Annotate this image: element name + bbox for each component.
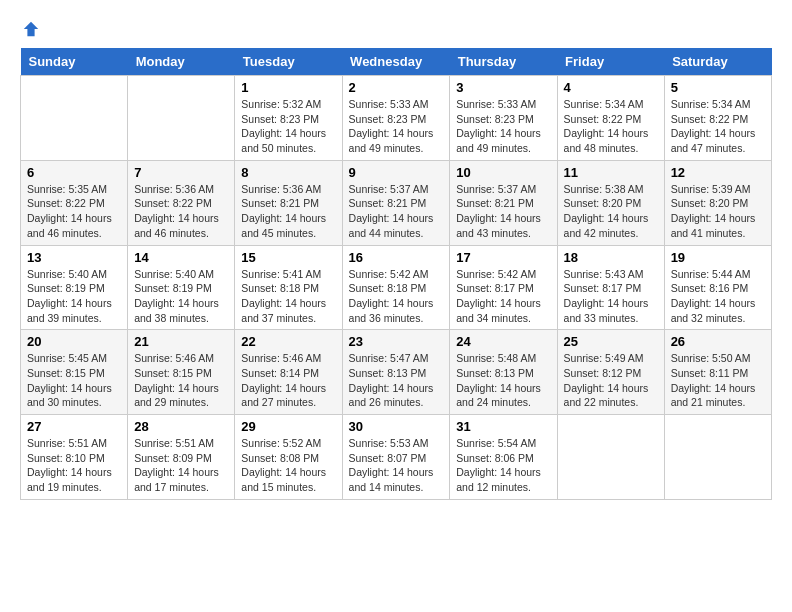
calendar-cell: 4Sunrise: 5:34 AM Sunset: 8:22 PM Daylig… — [557, 76, 664, 161]
day-number: 6 — [27, 165, 121, 180]
calendar-cell: 13Sunrise: 5:40 AM Sunset: 8:19 PM Dayli… — [21, 245, 128, 330]
weekday-header: Sunday — [21, 48, 128, 76]
day-info: Sunrise: 5:52 AM Sunset: 8:08 PM Dayligh… — [241, 436, 335, 495]
day-number: 18 — [564, 250, 658, 265]
day-info: Sunrise: 5:46 AM Sunset: 8:14 PM Dayligh… — [241, 351, 335, 410]
day-info: Sunrise: 5:33 AM Sunset: 8:23 PM Dayligh… — [456, 97, 550, 156]
weekday-header: Wednesday — [342, 48, 450, 76]
day-number: 1 — [241, 80, 335, 95]
calendar-week-row: 13Sunrise: 5:40 AM Sunset: 8:19 PM Dayli… — [21, 245, 772, 330]
day-number: 14 — [134, 250, 228, 265]
weekday-header: Tuesday — [235, 48, 342, 76]
svg-marker-0 — [24, 22, 38, 36]
calendar-cell: 5Sunrise: 5:34 AM Sunset: 8:22 PM Daylig… — [664, 76, 771, 161]
day-number: 26 — [671, 334, 765, 349]
day-info: Sunrise: 5:50 AM Sunset: 8:11 PM Dayligh… — [671, 351, 765, 410]
day-info: Sunrise: 5:39 AM Sunset: 8:20 PM Dayligh… — [671, 182, 765, 241]
calendar-cell: 19Sunrise: 5:44 AM Sunset: 8:16 PM Dayli… — [664, 245, 771, 330]
logo-icon — [22, 20, 40, 38]
day-number: 25 — [564, 334, 658, 349]
calendar-cell — [128, 76, 235, 161]
day-number: 19 — [671, 250, 765, 265]
day-info: Sunrise: 5:54 AM Sunset: 8:06 PM Dayligh… — [456, 436, 550, 495]
day-info: Sunrise: 5:36 AM Sunset: 8:21 PM Dayligh… — [241, 182, 335, 241]
calendar-cell: 21Sunrise: 5:46 AM Sunset: 8:15 PM Dayli… — [128, 330, 235, 415]
day-info: Sunrise: 5:38 AM Sunset: 8:20 PM Dayligh… — [564, 182, 658, 241]
day-number: 7 — [134, 165, 228, 180]
calendar-cell: 28Sunrise: 5:51 AM Sunset: 8:09 PM Dayli… — [128, 415, 235, 500]
day-number: 30 — [349, 419, 444, 434]
day-info: Sunrise: 5:32 AM Sunset: 8:23 PM Dayligh… — [241, 97, 335, 156]
day-number: 13 — [27, 250, 121, 265]
weekday-header: Friday — [557, 48, 664, 76]
calendar-cell: 23Sunrise: 5:47 AM Sunset: 8:13 PM Dayli… — [342, 330, 450, 415]
calendar-cell: 20Sunrise: 5:45 AM Sunset: 8:15 PM Dayli… — [21, 330, 128, 415]
calendar-cell — [21, 76, 128, 161]
calendar-week-row: 1Sunrise: 5:32 AM Sunset: 8:23 PM Daylig… — [21, 76, 772, 161]
weekday-header-row: SundayMondayTuesdayWednesdayThursdayFrid… — [21, 48, 772, 76]
day-info: Sunrise: 5:35 AM Sunset: 8:22 PM Dayligh… — [27, 182, 121, 241]
day-number: 29 — [241, 419, 335, 434]
calendar-cell: 8Sunrise: 5:36 AM Sunset: 8:21 PM Daylig… — [235, 160, 342, 245]
day-info: Sunrise: 5:47 AM Sunset: 8:13 PM Dayligh… — [349, 351, 444, 410]
day-number: 27 — [27, 419, 121, 434]
day-number: 8 — [241, 165, 335, 180]
calendar-week-row: 27Sunrise: 5:51 AM Sunset: 8:10 PM Dayli… — [21, 415, 772, 500]
calendar-cell: 11Sunrise: 5:38 AM Sunset: 8:20 PM Dayli… — [557, 160, 664, 245]
day-info: Sunrise: 5:46 AM Sunset: 8:15 PM Dayligh… — [134, 351, 228, 410]
day-number: 3 — [456, 80, 550, 95]
calendar-cell: 10Sunrise: 5:37 AM Sunset: 8:21 PM Dayli… — [450, 160, 557, 245]
day-info: Sunrise: 5:44 AM Sunset: 8:16 PM Dayligh… — [671, 267, 765, 326]
day-number: 20 — [27, 334, 121, 349]
day-number: 15 — [241, 250, 335, 265]
calendar-cell: 24Sunrise: 5:48 AM Sunset: 8:13 PM Dayli… — [450, 330, 557, 415]
day-info: Sunrise: 5:45 AM Sunset: 8:15 PM Dayligh… — [27, 351, 121, 410]
calendar-cell: 2Sunrise: 5:33 AM Sunset: 8:23 PM Daylig… — [342, 76, 450, 161]
day-info: Sunrise: 5:34 AM Sunset: 8:22 PM Dayligh… — [564, 97, 658, 156]
calendar-cell: 16Sunrise: 5:42 AM Sunset: 8:18 PM Dayli… — [342, 245, 450, 330]
calendar-cell: 18Sunrise: 5:43 AM Sunset: 8:17 PM Dayli… — [557, 245, 664, 330]
calendar-cell: 1Sunrise: 5:32 AM Sunset: 8:23 PM Daylig… — [235, 76, 342, 161]
calendar-cell: 29Sunrise: 5:52 AM Sunset: 8:08 PM Dayli… — [235, 415, 342, 500]
day-number: 22 — [241, 334, 335, 349]
day-info: Sunrise: 5:40 AM Sunset: 8:19 PM Dayligh… — [27, 267, 121, 326]
day-info: Sunrise: 5:37 AM Sunset: 8:21 PM Dayligh… — [456, 182, 550, 241]
weekday-header: Thursday — [450, 48, 557, 76]
day-number: 31 — [456, 419, 550, 434]
day-info: Sunrise: 5:51 AM Sunset: 8:09 PM Dayligh… — [134, 436, 228, 495]
calendar-week-row: 6Sunrise: 5:35 AM Sunset: 8:22 PM Daylig… — [21, 160, 772, 245]
day-number: 2 — [349, 80, 444, 95]
day-number: 16 — [349, 250, 444, 265]
weekday-header: Monday — [128, 48, 235, 76]
calendar-cell: 31Sunrise: 5:54 AM Sunset: 8:06 PM Dayli… — [450, 415, 557, 500]
day-info: Sunrise: 5:49 AM Sunset: 8:12 PM Dayligh… — [564, 351, 658, 410]
day-info: Sunrise: 5:37 AM Sunset: 8:21 PM Dayligh… — [349, 182, 444, 241]
page-header — [20, 20, 772, 38]
day-number: 28 — [134, 419, 228, 434]
day-info: Sunrise: 5:41 AM Sunset: 8:18 PM Dayligh… — [241, 267, 335, 326]
day-info: Sunrise: 5:36 AM Sunset: 8:22 PM Dayligh… — [134, 182, 228, 241]
day-number: 23 — [349, 334, 444, 349]
day-number: 17 — [456, 250, 550, 265]
calendar-cell: 12Sunrise: 5:39 AM Sunset: 8:20 PM Dayli… — [664, 160, 771, 245]
calendar-cell: 26Sunrise: 5:50 AM Sunset: 8:11 PM Dayli… — [664, 330, 771, 415]
day-number: 5 — [671, 80, 765, 95]
calendar-cell: 3Sunrise: 5:33 AM Sunset: 8:23 PM Daylig… — [450, 76, 557, 161]
day-number: 4 — [564, 80, 658, 95]
logo — [20, 20, 40, 38]
weekday-header: Saturday — [664, 48, 771, 76]
day-number: 10 — [456, 165, 550, 180]
calendar-cell: 14Sunrise: 5:40 AM Sunset: 8:19 PM Dayli… — [128, 245, 235, 330]
calendar-cell: 17Sunrise: 5:42 AM Sunset: 8:17 PM Dayli… — [450, 245, 557, 330]
day-info: Sunrise: 5:40 AM Sunset: 8:19 PM Dayligh… — [134, 267, 228, 326]
day-info: Sunrise: 5:42 AM Sunset: 8:17 PM Dayligh… — [456, 267, 550, 326]
calendar-cell — [557, 415, 664, 500]
day-number: 9 — [349, 165, 444, 180]
day-info: Sunrise: 5:33 AM Sunset: 8:23 PM Dayligh… — [349, 97, 444, 156]
day-number: 11 — [564, 165, 658, 180]
day-number: 12 — [671, 165, 765, 180]
day-info: Sunrise: 5:42 AM Sunset: 8:18 PM Dayligh… — [349, 267, 444, 326]
day-info: Sunrise: 5:53 AM Sunset: 8:07 PM Dayligh… — [349, 436, 444, 495]
calendar-cell — [664, 415, 771, 500]
calendar-week-row: 20Sunrise: 5:45 AM Sunset: 8:15 PM Dayli… — [21, 330, 772, 415]
